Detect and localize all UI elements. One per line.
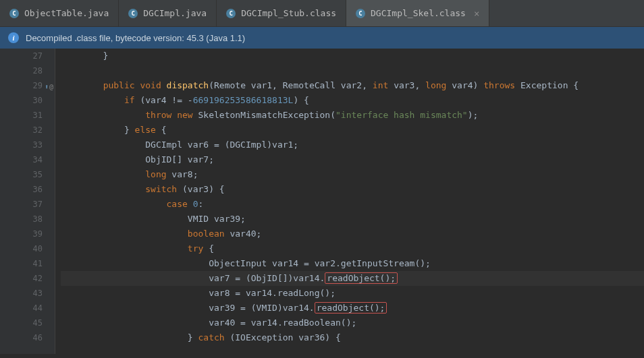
gutter-line-number: 37	[0, 197, 43, 212]
class-icon: C	[9, 9, 19, 18]
highlighted-call: readObject();	[315, 302, 387, 314]
code-line: long var8;	[61, 167, 644, 182]
override-badge[interactable]: ⬆@	[45, 80, 53, 94]
code-line: ObjectInput var14 = var2.getInputStream(…	[61, 256, 644, 271]
code-line: var8 = var14.readLong();	[61, 286, 644, 301]
class-icon: C	[356, 9, 365, 18]
tab-label: DGCImpl.java	[143, 8, 207, 18]
code-line: throw new SkeletonMismatchException("int…	[61, 108, 644, 123]
code-line: public void dispatch(Remote var1, Remote…	[61, 78, 644, 93]
gutter-line-number: 38	[0, 212, 43, 227]
info-icon: i	[8, 32, 19, 43]
code-line: if (var4 != -669196253586618813L) {	[61, 93, 644, 108]
code-line: } else {	[61, 123, 644, 138]
close-icon[interactable]: ×	[474, 8, 479, 19]
gutter-line-number: 32	[0, 123, 43, 138]
code-line: }	[61, 49, 644, 63]
gutter-line-number: 28	[0, 63, 43, 78]
tab-dgcimpl-stub[interactable]: C DGCImpl_Stub.class	[217, 0, 346, 26]
code-content[interactable]: } public void dispatch(Remote var1, Remo…	[55, 49, 644, 354]
gutter-line-number: 45	[0, 316, 43, 330]
code-line: try {	[61, 241, 644, 256]
highlighted-call: readObject();	[325, 272, 398, 284]
code-line-highlighted: var7 = (ObjID[])var14.readObject();	[61, 271, 644, 286]
gutter-line-number: 41	[0, 256, 43, 271]
code-line: switch (var3) {	[61, 182, 644, 197]
decompiled-banner: i Decompiled .class file, bytecode versi…	[0, 27, 644, 49]
gutter-line-number: 27	[0, 49, 43, 63]
gutter-line-number: 43	[0, 286, 43, 301]
code-line: } catch (IOException var36) {	[61, 330, 644, 345]
class-icon: C	[226, 9, 236, 18]
editor-tabs: C ObjectTable.java C DGCImpl.java C DGCI…	[0, 0, 644, 27]
tab-label: DGCImpl_Skel.class	[371, 8, 466, 18]
gutter-line-number: 30	[0, 93, 43, 108]
code-line: var40 = var14.readBoolean();	[61, 316, 644, 330]
tab-dgcimpl-skel[interactable]: C DGCImpl_Skel.class ×	[346, 0, 489, 26]
gutter-line-number: 39	[0, 227, 43, 241]
tab-objecttable[interactable]: C ObjectTable.java	[0, 0, 119, 26]
code-line: VMID var39;	[61, 212, 644, 227]
code-line: var39 = (VMID)var14.readObject();	[61, 301, 644, 316]
banner-text: Decompiled .class file, bytecode version…	[26, 33, 245, 43]
class-icon: C	[128, 9, 138, 18]
code-line: boolean var40;	[61, 227, 644, 241]
gutter-line-number: 46	[0, 330, 43, 345]
code-line: case 0:	[61, 197, 644, 212]
gutter-line-number: 33	[0, 138, 43, 152]
code-line: DGCImpl var6 = (DGCImpl)var1;	[61, 138, 644, 152]
code-line	[61, 63, 644, 78]
tab-dgcimpl[interactable]: C DGCImpl.java	[119, 0, 217, 26]
line-gutter: 272829⬆@30313233343536373839404142434445…	[0, 49, 55, 354]
gutter-line-number: 29⬆@	[0, 78, 43, 93]
gutter-line-number: 42	[0, 271, 43, 286]
gutter-line-number: 31	[0, 108, 43, 123]
tab-label: DGCImpl_Stub.class	[241, 8, 336, 18]
editor-area: 272829⬆@30313233343536373839404142434445…	[0, 49, 644, 354]
gutter-line-number: 35	[0, 167, 43, 182]
gutter-line-number: 34	[0, 152, 43, 167]
tab-label: ObjectTable.java	[24, 8, 109, 18]
gutter-line-number: 40	[0, 241, 43, 256]
gutter-line-number: 44	[0, 301, 43, 316]
gutter-line-number: 36	[0, 182, 43, 197]
code-line: ObjID[] var7;	[61, 152, 644, 167]
